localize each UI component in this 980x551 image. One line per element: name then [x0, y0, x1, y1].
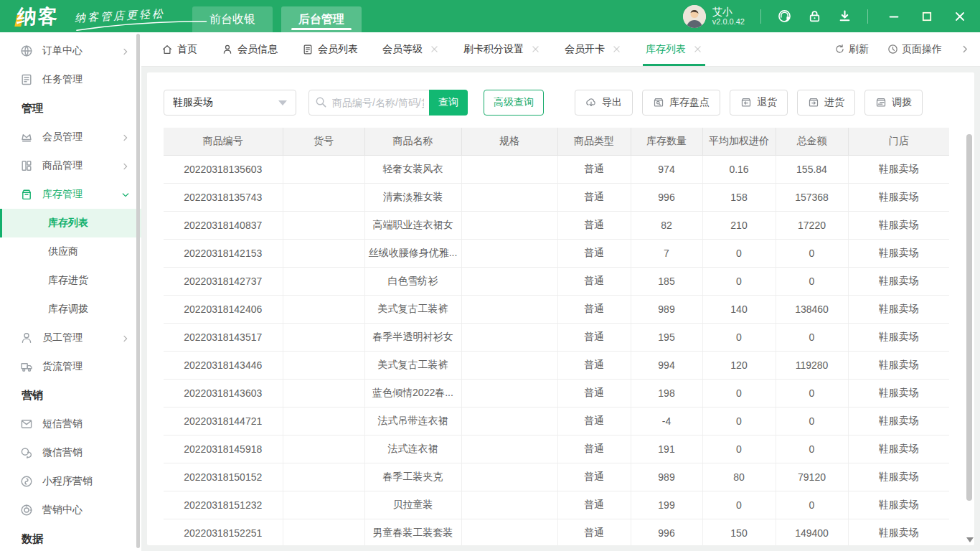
table-row[interactable]: 20220318135743清素淡雅女装普通996158157368鞋服卖场	[164, 183, 949, 211]
sidebar-subitem-9[interactable]: 库存调拨	[0, 295, 141, 324]
table-header-row: 商品编号货号商品名称规格商品类型库存数量平均加权进价总金额门店	[164, 128, 949, 155]
button-label: 退货	[757, 96, 777, 109]
sidebar-item-label: 商品管理	[42, 159, 121, 172]
sidebar-item-14[interactable]: 微信营销	[0, 438, 141, 467]
column-header: 货号	[283, 128, 364, 155]
transfer-button[interactable]: 调拨	[864, 90, 923, 116]
chevron-right-icon[interactable]	[961, 44, 970, 54]
table-cell: 清素淡雅女装	[364, 183, 461, 211]
sidebar-scrollbar[interactable]	[136, 34, 140, 548]
lock-icon[interactable]	[807, 9, 821, 24]
sidebar-item-0[interactable]: 订单中心	[0, 37, 141, 65]
sidebar-item-1[interactable]: 任务管理	[0, 65, 141, 94]
table-row[interactable]: 20220318142153丝绒收腰修身优雅...普通700鞋服卖场	[164, 239, 949, 267]
table-cell	[283, 155, 364, 183]
return-button[interactable]: 退货	[730, 90, 788, 116]
sidebar-item-4[interactable]: 商品管理	[0, 151, 141, 180]
table-cell: 20220318142737	[164, 267, 283, 295]
download-icon[interactable]	[837, 9, 852, 24]
sidebar-item-label: 货流管理	[42, 360, 130, 373]
toolbar: 鞋服卖场 查询 高级查询 导出库存盘点退货进货调拨	[164, 90, 974, 116]
tab-5[interactable]: 会员开卡	[565, 32, 621, 66]
close-icon[interactable]	[693, 44, 702, 54]
table-cell: 普通	[557, 323, 631, 351]
query-button[interactable]: 查询	[429, 90, 468, 116]
refresh-button[interactable]: 刷新	[834, 43, 869, 56]
table-row[interactable]: 20220318143517春季半透明衬衫女普通19500鞋服卖场	[164, 323, 949, 351]
close-icon[interactable]	[612, 44, 621, 54]
page-operations-button[interactable]: 页面操作	[887, 43, 942, 56]
sidebar-item-3[interactable]: 会员管理	[0, 123, 141, 151]
inventory-icon	[20, 188, 33, 201]
page-tabbar: 首页会员信息会员列表会员等级刷卡积分设置会员开卡库存列表 刷新页面操作	[141, 32, 980, 67]
sidebar-item-15[interactable]: 小程序营销	[0, 467, 141, 496]
table-row[interactable]: 20220318145918法式连衣裙普通19100鞋服卖场	[164, 435, 949, 463]
sidebar-item-16[interactable]: 营销中心	[0, 496, 141, 524]
column-header: 总金额	[776, 128, 848, 155]
table-row[interactable]: 20220318142737白色雪纺衫普通18500鞋服卖场	[164, 267, 949, 295]
table-row[interactable]: 20220318150152春季工装夹克普通9898079120鞋服卖场	[164, 463, 949, 491]
sidebar-subitem-7[interactable]: 供应商	[0, 237, 141, 266]
table-cell: 普通	[557, 183, 631, 211]
close-icon[interactable]	[430, 44, 439, 54]
topnav-cashier-button[interactable]: 前台收银	[192, 6, 273, 32]
maximize-button[interactable]	[920, 9, 934, 24]
table-cell: 春季半透明衬衫女	[364, 323, 461, 351]
minimize-button[interactable]	[887, 9, 901, 24]
table-row[interactable]: 20220318143446美式复古工装裤普通994120119280鞋服卖场	[164, 351, 949, 379]
topnav-backoffice-button[interactable]: 后台管理	[281, 6, 362, 32]
toolbar-button-group: 导出库存盘点退货进货调拨	[575, 90, 923, 116]
service-icon[interactable]	[777, 9, 791, 24]
doc-icon	[302, 44, 314, 55]
table-cell: 20220318151232	[164, 491, 283, 519]
store-select[interactable]: 鞋服卖场	[164, 90, 296, 116]
table-cell: 120	[702, 351, 776, 379]
tab-0[interactable]: 首页	[161, 32, 197, 66]
tab-4[interactable]: 刷卡积分设置	[463, 32, 540, 66]
sidebar-subitem-8[interactable]: 库存进货	[0, 266, 141, 295]
table-row[interactable]: 20220318151232贝拉童装普通19900鞋服卖场	[164, 491, 949, 519]
tab-3[interactable]: 会员等级	[382, 32, 439, 66]
table-scrollbar[interactable]	[966, 134, 972, 532]
close-icon[interactable]	[531, 44, 540, 54]
user-box[interactable]: 艾小 v2.0.0.42	[683, 5, 745, 28]
table-cell: 989	[631, 295, 702, 323]
sidebar-item-5[interactable]: 库存管理	[0, 180, 141, 209]
sidebar-item-13[interactable]: 短信营销	[0, 410, 141, 438]
window-controls	[887, 9, 967, 24]
table-cell: 191	[631, 435, 702, 463]
table-cell: 法式吊带连衣裙	[364, 407, 461, 435]
button-label: 导出	[602, 96, 622, 109]
column-header: 库存数量	[631, 128, 702, 155]
table-cell: 0	[776, 267, 848, 295]
purchase-button[interactable]: 进货	[797, 90, 855, 116]
user-name: 艾小	[712, 6, 745, 17]
staff-icon	[20, 331, 33, 344]
tab-6[interactable]: 库存列表	[646, 32, 702, 66]
table-cell: 198	[631, 379, 702, 407]
table-cell: 丝绒收腰修身优雅...	[364, 239, 461, 267]
table-cell: 195	[631, 323, 702, 351]
sidebar-subitem-6[interactable]: 库存列表	[0, 209, 141, 237]
tab-label: 会员等级	[382, 43, 423, 56]
scrollbar-down-arrow[interactable]	[966, 537, 974, 542]
tab-2[interactable]: 会员列表	[302, 32, 358, 66]
table-row[interactable]: 20220318152251男童春装工装套装普通996150149400鞋服卖场	[164, 519, 949, 545]
stocktake-button[interactable]: 库存盘点	[642, 90, 720, 116]
table-cell: 140	[702, 295, 776, 323]
scrollbar-thumb[interactable]	[966, 134, 972, 501]
table-row[interactable]: 20220318142406美式复古工装裤普通989140138460鞋服卖场	[164, 295, 949, 323]
sidebar-item-10[interactable]: 员工管理	[0, 324, 141, 352]
tab-1[interactable]: 会员信息	[222, 32, 278, 66]
table-row[interactable]: 20220318144721法式吊带连衣裙普通-400鞋服卖场	[164, 407, 949, 435]
close-button[interactable]	[953, 9, 967, 24]
sidebar-item-11[interactable]: 货流管理	[0, 352, 141, 381]
table-row[interactable]: 20220318135603轻奢女装风衣普通9740.16155.84鞋服卖场	[164, 155, 949, 183]
tab-actions: 刷新页面操作	[834, 32, 970, 66]
table-row[interactable]: 20220318140837高端职业连衣裙女普通8221017220鞋服卖场	[164, 211, 949, 239]
advanced-query-button[interactable]: 高级查询	[484, 90, 544, 116]
sidebar-section-label: 营销	[0, 381, 141, 410]
table-row[interactable]: 20220318143603蓝色倾情2022春...普通19800鞋服卖场	[164, 379, 949, 407]
table-cell: 20220318135603	[164, 155, 283, 183]
export-button[interactable]: 导出	[575, 90, 633, 116]
